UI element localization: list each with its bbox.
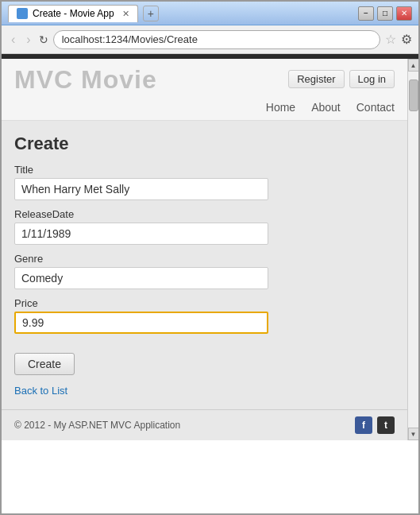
app-title: MVC Movie bbox=[14, 65, 157, 95]
releasedate-label: ReleaseDate bbox=[14, 208, 395, 220]
minimize-button[interactable]: − bbox=[358, 6, 374, 21]
scroll-track[interactable] bbox=[408, 72, 418, 428]
close-button[interactable]: ✕ bbox=[396, 6, 412, 21]
title-bar: Create - Movie App ✕ + − □ ✕ bbox=[2, 2, 418, 25]
price-label: Price bbox=[14, 297, 395, 309]
login-button[interactable]: Log in bbox=[349, 70, 395, 88]
genre-group: Genre bbox=[14, 253, 395, 289]
genre-input[interactable] bbox=[14, 267, 268, 289]
settings-icon[interactable]: ⚙ bbox=[401, 32, 412, 47]
window-controls: − □ ✕ bbox=[358, 6, 412, 21]
maximize-button[interactable]: □ bbox=[377, 6, 393, 21]
address-bar: ‹ › ↻ ☆ ⚙ bbox=[2, 25, 418, 54]
form-heading: Create bbox=[14, 134, 395, 154]
copyright-text: © 2012 - My ASP.NET MVC Application bbox=[14, 420, 180, 431]
footer: © 2012 - My ASP.NET MVC Application f t bbox=[2, 409, 407, 440]
register-button[interactable]: Register bbox=[288, 70, 344, 88]
price-input[interactable] bbox=[14, 312, 268, 334]
scroll-down-arrow[interactable]: ▼ bbox=[408, 428, 419, 440]
releasedate-input[interactable] bbox=[14, 223, 268, 245]
url-input[interactable] bbox=[53, 30, 380, 49]
back-to-list-link[interactable]: Back to List bbox=[14, 385, 395, 397]
content-area: MVC Movie Register Log in Home About Con… bbox=[2, 59, 407, 440]
back-button[interactable]: ‹ bbox=[8, 31, 18, 48]
app-header: MVC Movie Register Log in bbox=[2, 59, 407, 98]
price-group: Price bbox=[14, 297, 395, 334]
tab-close-icon[interactable]: ✕ bbox=[122, 9, 129, 19]
genre-label: Genre bbox=[14, 253, 395, 265]
facebook-icon[interactable]: f bbox=[355, 416, 372, 434]
forward-button[interactable]: › bbox=[23, 31, 33, 48]
browser-body: MVC Movie Register Log in Home About Con… bbox=[2, 59, 418, 440]
tab-label: Create - Movie App bbox=[33, 8, 114, 19]
bookmark-icon[interactable]: ☆ bbox=[385, 32, 396, 47]
scroll-up-arrow[interactable]: ▲ bbox=[408, 59, 419, 72]
create-button[interactable]: Create bbox=[14, 353, 75, 375]
scroll-thumb[interactable] bbox=[409, 79, 418, 111]
title-group: Title bbox=[14, 164, 395, 200]
releasedate-group: ReleaseDate bbox=[14, 208, 395, 245]
nav-bar: Home About Contact bbox=[2, 98, 407, 121]
tab-favicon bbox=[17, 8, 28, 19]
title-label: Title bbox=[14, 164, 395, 176]
refresh-button[interactable]: ↻ bbox=[39, 33, 48, 46]
tumblr-icon[interactable]: t bbox=[377, 416, 395, 434]
main-content: Create Title ReleaseDate Genre Price Cre… bbox=[2, 121, 407, 409]
footer-icons: f t bbox=[355, 416, 395, 434]
nav-about[interactable]: About bbox=[311, 101, 341, 114]
header-buttons: Register Log in bbox=[288, 65, 395, 88]
nav-contact[interactable]: Contact bbox=[356, 101, 395, 114]
scrollbar[interactable]: ▲ ▼ bbox=[407, 59, 418, 440]
new-tab-button[interactable]: + bbox=[143, 6, 159, 21]
title-input[interactable] bbox=[14, 178, 268, 200]
browser-tab[interactable]: Create - Movie App ✕ bbox=[8, 5, 138, 22]
nav-home[interactable]: Home bbox=[266, 101, 295, 114]
